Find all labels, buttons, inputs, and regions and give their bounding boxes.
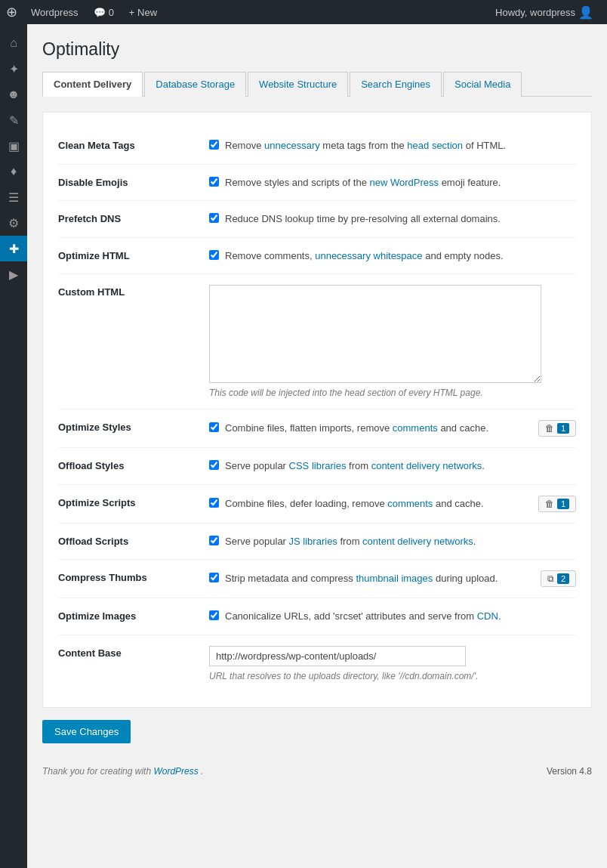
tab-content-delivery[interactable]: Content Delivery bbox=[42, 72, 143, 97]
setting-label-optimize-images: Optimize Images bbox=[58, 609, 209, 622]
link-whitespace[interactable]: unnecessary whitespace bbox=[315, 250, 422, 261]
adminbar-howdy[interactable]: Howdy, wordpress 👤 bbox=[488, 0, 601, 24]
sidebar-item-plugin[interactable]: ✚ bbox=[0, 236, 27, 261]
link-wordpress[interactable]: WordPress bbox=[390, 177, 439, 188]
setting-label-compress-thumbs: Compress Thumbs bbox=[58, 570, 209, 583]
setting-row-disable-emojis: Disable Emojis Remove styles and scripts… bbox=[58, 165, 576, 202]
setting-desc-optimize-styles: Combine files, flatten imports, remove c… bbox=[209, 421, 532, 436]
checkbox-optimize-html[interactable] bbox=[209, 250, 219, 260]
sidebar-item-posts[interactable]: ☻ bbox=[0, 82, 27, 107]
footer-wp-link[interactable]: WordPress bbox=[153, 766, 198, 777]
checkbox-optimize-images[interactable] bbox=[209, 610, 219, 620]
setting-value-optimize-images: Canonicalize URLs, add 'srcset' attribut… bbox=[209, 609, 576, 624]
link-new[interactable]: new bbox=[369, 177, 387, 188]
setting-desc-offload-styles: Serve popular CSS libraries from content… bbox=[209, 459, 576, 474]
custom-html-textarea[interactable] bbox=[209, 285, 541, 383]
setting-row-prefetch-dns: Prefetch DNS Reduce DNS lookup time by p… bbox=[58, 201, 576, 238]
badge-btn-optimize-styles[interactable]: 🗑 1 bbox=[538, 420, 576, 437]
compress-thumbs-inline: Strip metadata and compress thumbnail im… bbox=[209, 570, 576, 587]
adminbar-site[interactable]: Wordpress bbox=[23, 0, 86, 24]
setting-desc-optimize-images: Canonicalize URLs, add 'srcset' attribut… bbox=[209, 609, 576, 624]
badge-count-scripts: 1 bbox=[557, 499, 569, 509]
setting-desc-prefetch-dns: Reduce DNS lookup time by pre-resolving … bbox=[209, 212, 576, 227]
setting-label-content-base: Content Base bbox=[58, 646, 209, 659]
tab-search-engines[interactable]: Search Engines bbox=[350, 72, 442, 97]
link-head-section[interactable]: head section bbox=[407, 140, 463, 151]
setting-value-optimize-scripts: Combine files, defer loading, remove com… bbox=[209, 496, 576, 512]
link-thumb-images[interactable]: thumbnail images bbox=[356, 573, 433, 584]
setting-value-prefetch-dns: Reduce DNS lookup time by pre-resolving … bbox=[209, 212, 576, 227]
badge-count-styles: 1 bbox=[557, 423, 569, 434]
content-base-input[interactable]: http://wordpress/wp-content/uploads/ bbox=[209, 646, 466, 666]
tab-social-media[interactable]: Social Media bbox=[443, 72, 522, 97]
setting-row-custom-html: Custom HTML This code will be injected i… bbox=[58, 274, 576, 409]
setting-row-optimize-styles: Optimize Styles Combine files, flatten i… bbox=[58, 409, 576, 448]
checkbox-clean-meta-tags[interactable] bbox=[209, 140, 219, 150]
copy-icon-thumbs: ⧉ bbox=[547, 573, 554, 584]
checkbox-optimize-styles[interactable] bbox=[209, 422, 219, 432]
setting-value-optimize-html: Remove comments, unnecessary whitespace … bbox=[209, 249, 576, 264]
link-comments-scripts[interactable]: comments bbox=[387, 498, 433, 509]
settings-panel: Clean Meta Tags Remove unnecessary meta … bbox=[42, 112, 592, 708]
adminbar-comments[interactable]: 💬 0 bbox=[86, 0, 122, 24]
badge-count-thumbs: 2 bbox=[557, 573, 569, 584]
tab-website-structure[interactable]: Website Structure bbox=[248, 72, 348, 97]
admin-bar: ⊕ Wordpress 💬 0 + New Howdy, wordpress 👤 bbox=[0, 0, 607, 24]
setting-value-content-base: http://wordpress/wp-content/uploads/ URL… bbox=[209, 646, 576, 681]
link-css-lib[interactable]: CSS libraries bbox=[289, 460, 347, 471]
badge-btn-optimize-scripts[interactable]: 🗑 1 bbox=[538, 496, 576, 512]
link-cdn-images[interactable]: CDN bbox=[477, 610, 498, 622]
adminbar-site-label: Wordpress bbox=[31, 7, 79, 18]
sidebar-item-media[interactable]: ✎ bbox=[0, 107, 27, 133]
checkbox-offload-styles[interactable] bbox=[209, 460, 219, 470]
adminbar-user-label: Howdy, wordpress bbox=[495, 7, 575, 18]
main-content: Optimality Content Delivery Database Sto… bbox=[27, 24, 607, 868]
checkbox-optimize-scripts[interactable] bbox=[209, 498, 219, 508]
link-js-lib[interactable]: JS libraries bbox=[289, 536, 337, 547]
sidebar-item-tools[interactable]: ⚙ bbox=[0, 210, 27, 236]
setting-row-optimize-html: Optimize HTML Remove comments, unnecessa… bbox=[58, 238, 576, 275]
setting-desc-clean-meta-tags: Remove unnecessary meta tags from the he… bbox=[209, 138, 576, 153]
wp-logo-icon[interactable]: ⊕ bbox=[6, 4, 17, 20]
link-cdn-scripts[interactable]: content delivery networks bbox=[362, 536, 473, 547]
setting-label-offload-styles: Offload Styles bbox=[58, 459, 209, 471]
save-changes-button[interactable]: Save Changes bbox=[42, 720, 131, 743]
setting-value-clean-meta-tags: Remove unnecessary meta tags from the he… bbox=[209, 138, 576, 153]
setting-row-optimize-images: Optimize Images Canonicalize URLs, add '… bbox=[58, 598, 576, 635]
setting-label-optimize-html: Optimize HTML bbox=[58, 249, 209, 261]
sidebar-item-comments[interactable]: ♦ bbox=[0, 159, 27, 184]
setting-desc-offload-scripts: Serve popular JS libraries from content … bbox=[209, 534, 576, 549]
sidebar-item-home[interactable]: ⌂ bbox=[0, 30, 27, 56]
setting-label-prefetch-dns: Prefetch DNS bbox=[58, 212, 209, 224]
setting-value-offload-scripts: Serve popular JS libraries from content … bbox=[209, 534, 576, 549]
setting-value-optimize-styles: Combine files, flatten imports, remove c… bbox=[209, 420, 576, 437]
sidebar-item-media2[interactable]: ▶ bbox=[0, 261, 27, 287]
checkbox-offload-scripts[interactable] bbox=[209, 536, 219, 545]
tabs-container: Content Delivery Database Storage Websit… bbox=[42, 72, 592, 97]
setting-value-custom-html: This code will be injected into the head… bbox=[209, 285, 576, 398]
setting-value-offload-styles: Serve popular CSS libraries from content… bbox=[209, 459, 576, 474]
setting-row-optimize-scripts: Optimize Scripts Combine files, defer lo… bbox=[58, 485, 576, 524]
adminbar-new[interactable]: + New bbox=[122, 0, 165, 24]
setting-label-disable-emojis: Disable Emojis bbox=[58, 175, 209, 188]
checkbox-prefetch-dns[interactable] bbox=[209, 213, 219, 223]
checkbox-compress-thumbs[interactable] bbox=[209, 573, 219, 582]
setting-desc-compress-thumbs: Strip metadata and compress thumbnail im… bbox=[209, 571, 535, 586]
optimize-scripts-inline: Combine files, defer loading, remove com… bbox=[209, 496, 576, 512]
tab-database-storage[interactable]: Database Storage bbox=[144, 72, 246, 97]
setting-label-clean-meta-tags: Clean Meta Tags bbox=[58, 138, 209, 151]
sidebar-item-appearance[interactable]: ☰ bbox=[0, 184, 27, 210]
comment-icon: 💬 bbox=[94, 7, 106, 18]
badge-btn-compress-thumbs[interactable]: ⧉ 2 bbox=[541, 570, 576, 587]
sidebar-item-dashboard[interactable]: ✦ bbox=[0, 56, 27, 82]
setting-label-custom-html: Custom HTML bbox=[58, 285, 209, 298]
link-unnecessary[interactable]: unnecessary bbox=[264, 140, 320, 151]
checkbox-disable-emojis[interactable] bbox=[209, 177, 219, 187]
sidebar-item-pages[interactable]: ▣ bbox=[0, 133, 27, 159]
link-comments-styles[interactable]: comments bbox=[393, 422, 438, 434]
content-base-note: URL that resolves to the uploads directo… bbox=[209, 671, 576, 681]
adminbar-new-label: + New bbox=[129, 7, 157, 18]
link-cdn-styles[interactable]: content delivery networks bbox=[371, 460, 482, 471]
page-title: Optimality bbox=[42, 39, 592, 60]
footer-thanks: Thank you for creating with WordPress . bbox=[42, 766, 203, 777]
